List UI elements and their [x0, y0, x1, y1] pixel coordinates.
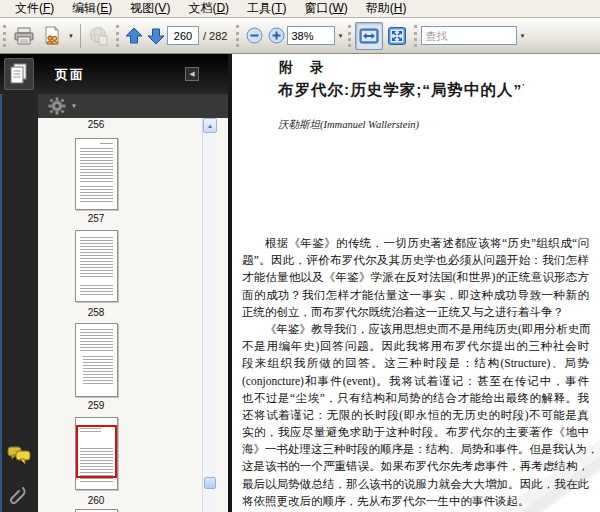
zoom-level-input[interactable] [287, 26, 335, 45]
find-dropdown-caret[interactable]: ▼ [517, 33, 527, 39]
fit-page-icon [387, 26, 407, 46]
panel-collapse-button[interactable]: ◀ [185, 67, 199, 81]
zoom-out-button[interactable] [243, 24, 265, 48]
menu-file[interactable]: 文件(F) [6, 0, 63, 19]
toolbar-grip[interactable] [236, 25, 240, 47]
pages-panel-button[interactable] [4, 58, 34, 90]
body-line: 不是用编年史)回答问题。因此我将用布罗代尔提出的三种社会时 [242, 338, 589, 355]
toolbar-grip[interactable] [116, 25, 120, 47]
body-line: 正统的创立，而布罗代尔既统治着这一正统又与之进行着斗争？ [242, 304, 589, 321]
document-body-text: 根据《年鉴》的传统，一切历史著述都应该将“历史”组织成“问 题”。因此，评价布罗… [242, 235, 589, 510]
scrollbar-thumb[interactable] [204, 477, 216, 489]
body-line: 段来组织我所做的回答。这三种时段是：结构(Structure)、局势 [242, 355, 589, 372]
options-dropdown-caret[interactable]: ▼ [69, 103, 79, 109]
body-line: 才能估量他以及《年鉴》学派在反对法国(和世界)的正统意识形态方 [242, 269, 589, 286]
body-line: 也不过是“尘埃”，只有结构和局势的结合才能给出最终的解释。我 [242, 390, 589, 407]
printer-icon [14, 27, 34, 45]
plus-circle-icon [268, 27, 285, 44]
scrollbar-up-button[interactable]: ▲ [203, 118, 217, 133]
thumbnail-label-260: 260 [56, 495, 136, 506]
fit-width-icon [359, 26, 379, 46]
thumbnail-scrollbar[interactable]: ▲ [202, 118, 216, 512]
thumbnail-page-257[interactable] [75, 138, 118, 210]
pages-icon [9, 63, 29, 85]
pdf-reader-window: 文件(F) 编辑(E) 视图(V) 文档(D) 工具(T) 窗口(W) 帮助(H… [0, 0, 600, 512]
thumbnail-label-257: 257 [56, 213, 136, 224]
footnote-mark: ' [522, 82, 525, 91]
collaborate-button[interactable] [38, 22, 66, 50]
gear-icon[interactable] [48, 97, 66, 115]
page-number-input[interactable] [167, 26, 199, 45]
online-services-button-disabled [85, 22, 113, 50]
rail-accent-edge [0, 54, 2, 512]
body-line: (conjoncture)和事件(event)。我将试着谨记：甚至在传记中，事件 [242, 373, 589, 390]
toolbar-grip[interactable] [348, 25, 352, 47]
body-line: 面的成功？我们怎样才能估量这一事实，即这种成功导致一种新的 [242, 287, 589, 304]
thumbnail-label-259: 259 [56, 400, 136, 411]
menu-edit[interactable]: 编辑(E) [63, 0, 121, 19]
comments-panel-button[interactable] [6, 444, 32, 468]
toolbar-separator [80, 24, 81, 48]
toolbar: ▼ [0, 18, 600, 54]
visible-area-highlight [76, 425, 117, 478]
comments-icon [7, 445, 31, 467]
collaborate-icon [42, 26, 62, 46]
collaborate-dropdown-caret[interactable]: ▼ [66, 33, 76, 39]
fit-width-button[interactable] [355, 22, 383, 50]
zoom-in-button[interactable] [265, 24, 287, 48]
down-arrow-icon [147, 27, 165, 45]
thumbnail-page-260-selected[interactable] [75, 417, 118, 490]
body-line: 题”。因此，评价布罗代尔及其历史学也必须从问题开始：我们怎样 [242, 252, 589, 269]
print-button[interactable] [10, 22, 38, 50]
menu-view[interactable]: 视图(V) [121, 0, 179, 19]
thumbnail-page-259[interactable] [75, 323, 118, 397]
body-line: 海》一书处理这三种时段的顺序是：结构、局势和事件。但是我认为， [242, 441, 589, 458]
fit-page-button[interactable] [383, 22, 411, 50]
page-total-label: / 282 [203, 30, 227, 42]
body-line: 《年鉴》教导我们，应该用思想史而不是用纯历史(即用分析史而 [242, 321, 589, 338]
pages-panel-title: 页面 [55, 66, 85, 84]
next-page-button[interactable] [145, 24, 167, 48]
document-title: 布罗代尔:历史学家;“局势中的人”' [278, 80, 525, 101]
thumbnail-label-258: 258 [56, 307, 136, 318]
thumbnail-options-row: ▼ [38, 94, 228, 118]
document-section-heading: 附 录 [279, 59, 326, 77]
attachments-panel-button[interactable] [6, 484, 32, 512]
toolbar-grip[interactable] [3, 25, 7, 47]
globe-document-icon [89, 26, 109, 46]
menu-tools[interactable]: 工具(T) [238, 0, 295, 19]
document-page: 附 录 布罗代尔:历史学家;“局势中的人”' 沃勒斯坦(Immanuel Wal… [232, 54, 600, 512]
menu-document[interactable]: 文档(D) [179, 0, 238, 19]
paperclip-icon [9, 484, 29, 512]
toolbar-grip[interactable] [414, 25, 418, 47]
thumbnail-page-258[interactable] [75, 230, 118, 302]
minus-circle-icon [246, 27, 263, 44]
body-line: 还将试着谨记：无限的长时段(即永恒的无历史的时段)不可能是真 [242, 407, 589, 424]
page-thumbnail-list: 256 257 258 259 260 ▲ [38, 118, 228, 512]
previous-page-button[interactable] [123, 24, 145, 48]
body-line: 根据《年鉴》的传统，一切历史著述都应该将“历史”组织成“问 [242, 235, 589, 252]
document-author: 沃勒斯坦(Immanuel Wallerstein) [278, 118, 419, 132]
pages-panel-header: 页面 ◀ [0, 54, 228, 94]
zoom-dropdown-caret[interactable]: ▼ [335, 33, 345, 39]
find-input[interactable] [421, 26, 517, 45]
menu-help[interactable]: 帮助(H) [357, 0, 416, 19]
up-arrow-icon [125, 27, 143, 45]
menu-bar: 文件(F) 编辑(E) 视图(V) 文档(D) 工具(T) 窗口(W) 帮助(H… [0, 0, 600, 18]
menu-window[interactable]: 窗口(W) [295, 0, 356, 19]
thumbnail-label-256: 256 [56, 119, 136, 130]
body-line: 实的，我应尽量避免求助于这种时段。布罗代尔的主要著作《地中 [242, 424, 589, 441]
body-line: 这是该书的一个严重错误。如果布罗代尔先考虑事件，再考虑结构， [242, 458, 589, 475]
